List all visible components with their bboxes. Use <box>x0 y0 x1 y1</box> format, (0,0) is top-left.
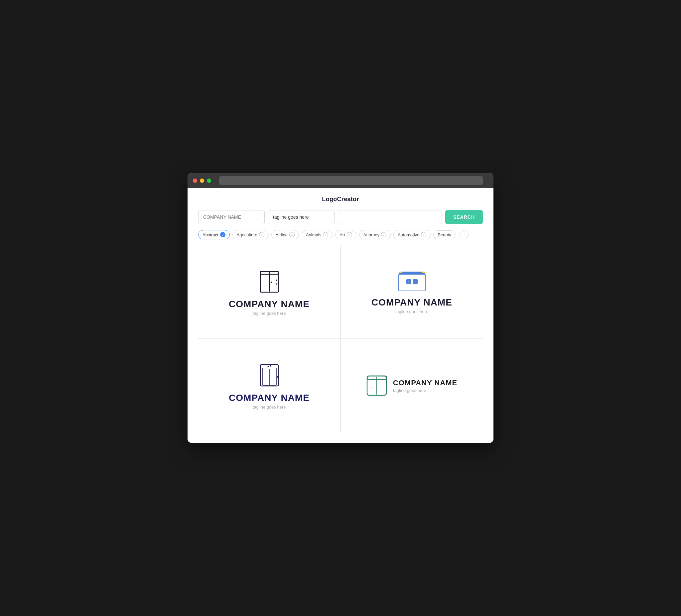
browser-window: LogoCreator SEARCH Abstract ✓ Agricultur… <box>187 173 494 443</box>
address-bar[interactable] <box>219 176 483 185</box>
elevator-icon-1: ▲ ▼ <box>258 268 281 295</box>
category-chip-agriculture[interactable]: Agriculture ✓ <box>232 230 269 239</box>
logo-card-2[interactable]: ↑ → COMPANY NAME tagline goes here <box>341 245 483 338</box>
category-label: Animals <box>306 232 321 237</box>
svg-text:↑: ↑ <box>408 280 409 283</box>
logo-2-company-name: COMPANY NAME <box>372 297 452 308</box>
category-label: Automotive <box>398 232 419 237</box>
svg-rect-9 <box>399 272 402 273</box>
logo-grid: ▲ ▼ COMPANY NAME tagline goes here <box>198 245 483 432</box>
traffic-light-green[interactable] <box>207 179 211 183</box>
svg-text:↓: ↓ <box>381 386 383 390</box>
logo-1-tagline: tagline goes here <box>253 311 286 316</box>
category-chip-automotive[interactable]: Automotive ✓ <box>394 230 431 239</box>
check-icon-airline: ✓ <box>289 232 295 237</box>
elevator-icon-2: ↑ → <box>397 270 427 293</box>
search-bar: SEARCH <box>198 210 483 224</box>
logo-card-4[interactable]: ↑ ↓ COMPANY NAME tagline goes here <box>341 339 483 432</box>
category-chip-abstract[interactable]: Abstract ✓ <box>198 230 230 239</box>
logo-card-1[interactable]: ▲ ▼ COMPANY NAME tagline goes here <box>198 245 340 338</box>
check-icon-abstract: ✓ <box>220 232 225 237</box>
svg-text:▲▼: ▲▼ <box>267 365 272 367</box>
elevator-icon-4: ↑ ↓ <box>367 375 387 396</box>
category-chip-art[interactable]: Art ✓ <box>335 230 356 239</box>
check-icon-automotive: ✓ <box>421 232 426 237</box>
category-bar: Abstract ✓ Agriculture ✓ Airline ✓ Anima… <box>198 230 483 239</box>
elevator-icon-3: ▲▼ <box>258 362 281 389</box>
check-icon-animals: ✓ <box>323 232 328 237</box>
svg-rect-7 <box>399 272 425 274</box>
svg-point-20 <box>277 376 278 378</box>
check-icon-attorney: ✓ <box>381 232 386 237</box>
logo-2-tagline: tagline goes here <box>395 309 429 314</box>
check-icon-agriculture: ✓ <box>259 232 264 237</box>
tagline-input[interactable] <box>268 210 334 224</box>
company-name-input[interactable] <box>198 210 265 224</box>
category-label: Abstract <box>202 232 219 237</box>
svg-text:▲: ▲ <box>275 279 278 282</box>
logo-4-tagline: tagline goes here <box>393 388 457 393</box>
traffic-light-red[interactable] <box>193 179 197 183</box>
logo-3-company-name: COMPANY NAME <box>229 393 309 403</box>
svg-text:→: → <box>414 280 417 283</box>
category-chip-airline[interactable]: Airline ✓ <box>271 230 299 239</box>
category-chip-beauty[interactable]: Beauty <box>433 230 455 239</box>
svg-text:▼: ▼ <box>275 283 278 286</box>
browser-titlebar <box>187 173 494 188</box>
app-content: LogoCreator SEARCH Abstract ✓ Agricultur… <box>187 188 494 443</box>
logo-card-3[interactable]: ▲▼ COMPANY NAME tagline goes here <box>198 339 340 432</box>
category-label: Beauty <box>437 232 451 237</box>
search-button[interactable]: SEARCH <box>445 210 483 224</box>
app-title: LogoCreator <box>198 196 483 203</box>
category-label: Airline <box>276 232 287 237</box>
logo-4-company-name: COMPANY NAME <box>393 379 457 387</box>
svg-text:↑: ↑ <box>371 386 373 390</box>
logo-1-company-name: COMPANY NAME <box>229 299 309 309</box>
category-label: Art <box>339 232 345 237</box>
category-chip-animals[interactable]: Animals ✓ <box>302 230 332 239</box>
traffic-light-yellow[interactable] <box>200 179 204 183</box>
check-icon-art: ✓ <box>347 232 352 237</box>
category-label: Agriculture <box>237 232 257 237</box>
svg-rect-10 <box>422 272 425 273</box>
category-chip-attorney[interactable]: Attorney ✓ <box>359 230 391 239</box>
logo-4-text-group: COMPANY NAME tagline goes here <box>393 379 457 393</box>
category-label: Attorney <box>363 232 379 237</box>
logo-3-tagline: tagline goes here <box>253 405 286 410</box>
extra-input[interactable] <box>338 210 442 224</box>
next-categories-arrow[interactable]: → <box>459 230 469 239</box>
